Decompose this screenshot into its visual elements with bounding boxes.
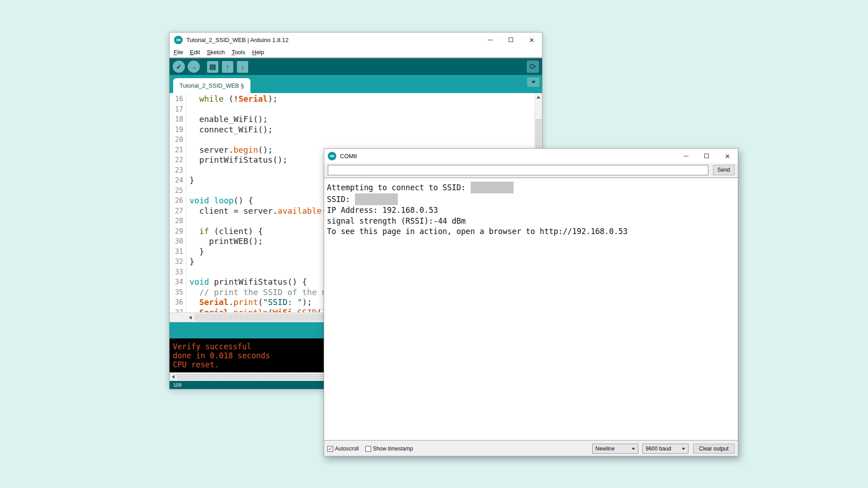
- code-line: connect_WiFi();: [189, 125, 454, 135]
- line-number: 22: [170, 155, 183, 165]
- minimize-button[interactable]: [675, 149, 696, 163]
- line-ending-select[interactable]: Newline: [592, 444, 638, 454]
- minimize-icon: [684, 156, 689, 156]
- chevron-down-icon: [682, 448, 685, 450]
- chevron-down-icon: [531, 81, 536, 84]
- new-sketch-button[interactable]: ▤: [207, 61, 218, 73]
- serial-output-line: signal strength (RSSI):-44 dBm: [327, 216, 738, 227]
- menu-sketch[interactable]: Sketch: [207, 49, 225, 56]
- line-number: 27: [170, 206, 183, 216]
- line-number: 16: [170, 94, 183, 104]
- serial-monitor-button[interactable]: [527, 61, 539, 73]
- ide-window-title: Tutorial_2_SSID_WEB | Arduino 1.8.12: [186, 37, 288, 43]
- ide-titlebar[interactable]: ∞ Tutorial_2_SSID_WEB | Arduino 1.8.12 ×: [170, 33, 542, 47]
- tab-bar: Tutorial_2_SSID_WEB §: [170, 75, 542, 93]
- show-timestamp-label: Show timestamp: [373, 446, 413, 452]
- verify-button[interactable]: ✓: [173, 61, 185, 73]
- line-number: 21: [170, 145, 183, 155]
- menu-file[interactable]: File: [174, 49, 183, 56]
- code-line: enable_WiFi();: [189, 114, 454, 125]
- down-arrow-icon: ↓: [241, 63, 245, 70]
- clear-output-button[interactable]: Clear output: [693, 444, 735, 454]
- show-timestamp-checkbox[interactable]: [365, 446, 371, 452]
- serial-titlebar[interactable]: ∞ COM8 ×: [324, 149, 738, 163]
- line-number: 25: [170, 186, 183, 196]
- baud-rate-select[interactable]: 9600 baud: [642, 444, 689, 454]
- send-button[interactable]: Send: [713, 165, 735, 175]
- triangle-left-icon: [189, 316, 192, 319]
- serial-output-line: IP Address: 192.168.0.53: [327, 205, 738, 216]
- autoscroll-checkbox[interactable]: ✓: [327, 446, 333, 452]
- serial-output-line: SSID:: [327, 193, 738, 205]
- serial-output-line: Attempting to connect to SSID:: [327, 182, 738, 193]
- maximize-button[interactable]: [696, 149, 717, 163]
- ide-caption-buttons: ×: [480, 33, 542, 47]
- line-number: 28: [170, 216, 183, 226]
- check-icon: ✓: [176, 63, 182, 71]
- serial-caption-buttons: ×: [675, 149, 738, 163]
- triangle-left-icon: [172, 375, 175, 379]
- line-number: 23: [170, 165, 183, 176]
- save-sketch-button[interactable]: ↓: [237, 61, 248, 73]
- close-icon: ×: [529, 36, 534, 44]
- serial-output-area[interactable]: Attempting to connect to SSID: SSID: IP …: [324, 178, 738, 441]
- arduino-logo-icon: ∞: [174, 36, 183, 44]
- line-number: 32: [170, 257, 183, 267]
- up-arrow-icon: ↑: [226, 63, 230, 70]
- serial-monitor-window: ∞ COM8 × Send Attempting to connect to S…: [324, 148, 738, 456]
- menu-help[interactable]: Help: [252, 49, 264, 56]
- line-number: 26: [170, 196, 183, 206]
- tab-tutorial-2-ssid-web[interactable]: Tutorial_2_SSID_WEB §: [173, 78, 250, 93]
- minimize-button[interactable]: [480, 33, 500, 47]
- redaction-box: [471, 182, 514, 193]
- scroll-left-button[interactable]: [186, 313, 194, 322]
- redaction-box: [355, 193, 398, 205]
- desktop: { "ide_window": { "title": "Tutorial_2_S…: [0, 0, 868, 488]
- line-number: 33: [170, 267, 183, 277]
- open-sketch-button[interactable]: ↑: [222, 61, 233, 73]
- triangle-up-icon: [537, 96, 540, 99]
- right-arrow-icon: →: [190, 63, 197, 70]
- serial-window-title: COM8: [340, 153, 357, 160]
- maximize-icon: [704, 154, 709, 158]
- chevron-down-icon: [632, 448, 635, 450]
- line-number: 34: [170, 277, 183, 287]
- line-number: 30: [170, 236, 183, 247]
- magnifier-icon: [529, 63, 537, 70]
- menu-tools[interactable]: Tools: [231, 49, 245, 56]
- close-icon: ×: [725, 152, 730, 160]
- close-button[interactable]: ×: [717, 149, 738, 163]
- console-scroll-left-button[interactable]: [170, 373, 177, 381]
- line-number: 31: [170, 247, 183, 257]
- serial-output-line: To see this page in action, open a brows…: [327, 226, 738, 237]
- minimize-icon: [488, 40, 493, 40]
- line-number: 20: [170, 135, 183, 145]
- line-number: 35: [170, 287, 183, 298]
- tab-list-dropdown-button[interactable]: [527, 77, 539, 87]
- close-button[interactable]: ×: [521, 33, 542, 47]
- menu-edit[interactable]: Edit: [190, 49, 200, 56]
- code-line: [189, 104, 454, 115]
- line-number: 37: [170, 308, 183, 313]
- gutter-separator: [186, 93, 186, 312]
- line-ending-value: Newline: [595, 446, 615, 452]
- line-number: 29: [170, 226, 183, 237]
- code-line: [189, 135, 454, 145]
- line-number: 36: [170, 297, 183, 308]
- maximize-button[interactable]: [500, 33, 521, 47]
- serial-send-input[interactable]: [328, 165, 708, 175]
- line-number-gutter: 1617181920212223242526272829303132333435…: [170, 94, 183, 312]
- upload-button[interactable]: →: [188, 61, 200, 73]
- serial-controls-bar: ✓ Autoscroll Show timestamp Newline 9600…: [324, 441, 738, 456]
- menu-bar: FileEditSketchToolsHelp: [170, 47, 542, 58]
- statusbar-line-number: 109: [173, 382, 181, 388]
- code-line: while (!Serial);: [189, 94, 454, 104]
- scroll-up-button[interactable]: [535, 93, 542, 101]
- ide-toolbar: ✓ → ▤ ↑ ↓: [170, 58, 542, 75]
- line-number: 18: [170, 114, 183, 125]
- arduino-logo-icon: ∞: [328, 152, 336, 160]
- baud-rate-value: 9600 baud: [646, 446, 671, 452]
- document-icon: ▤: [209, 63, 216, 71]
- line-number: 24: [170, 175, 183, 186]
- line-number: 17: [170, 104, 183, 115]
